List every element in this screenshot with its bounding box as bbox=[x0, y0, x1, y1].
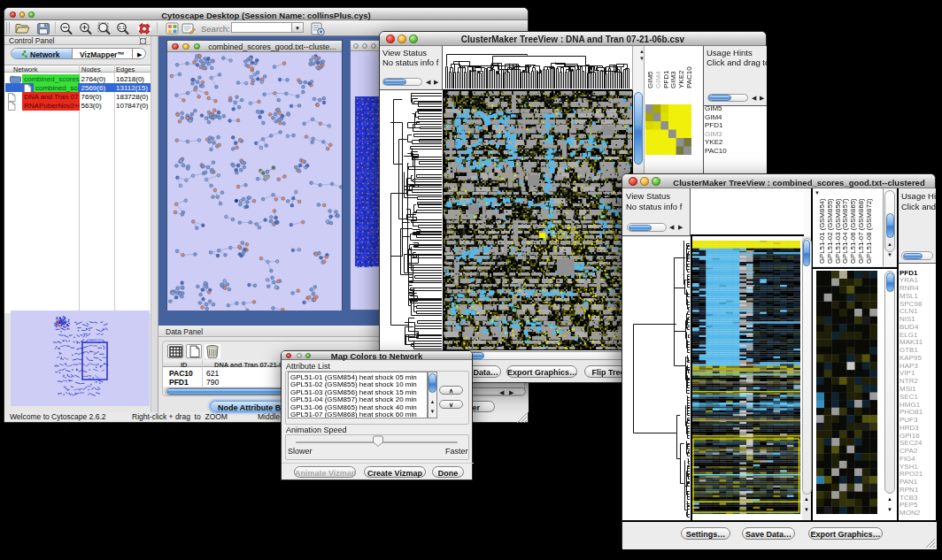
svg-text:GPL51-06 (GSM865): GPL51-06 (GSM865) bbox=[849, 198, 857, 264]
svg-text:GPL51-03 (GSM856): GPL51-03 (GSM856) bbox=[834, 198, 842, 264]
svg-text:GIM4: GIM4 bbox=[654, 71, 662, 88]
svg-text:YKE2: YKE2 bbox=[677, 70, 685, 88]
svg-text:GPL51-08 (GSM872): GPL51-08 (GSM872) bbox=[865, 198, 873, 264]
svg-text:PFD1: PFD1 bbox=[662, 70, 670, 88]
svg-text:GIM5: GIM5 bbox=[646, 71, 654, 88]
svg-text:GPL51-07 (GSM868): GPL51-07 (GSM868) bbox=[857, 198, 865, 264]
svg-text:GPL51-01 (GSM854): GPL51-01 (GSM854) bbox=[818, 198, 826, 264]
svg-text:GPL51-04 (GSM857): GPL51-04 (GSM857) bbox=[841, 198, 849, 264]
svg-text:1:1: 1:1 bbox=[119, 25, 125, 30]
svg-text:GPL51-02 (GSM855): GPL51-02 (GSM855) bbox=[826, 198, 834, 264]
svg-text:GIM3: GIM3 bbox=[669, 71, 677, 88]
svg-text:PAC10: PAC10 bbox=[685, 66, 693, 88]
